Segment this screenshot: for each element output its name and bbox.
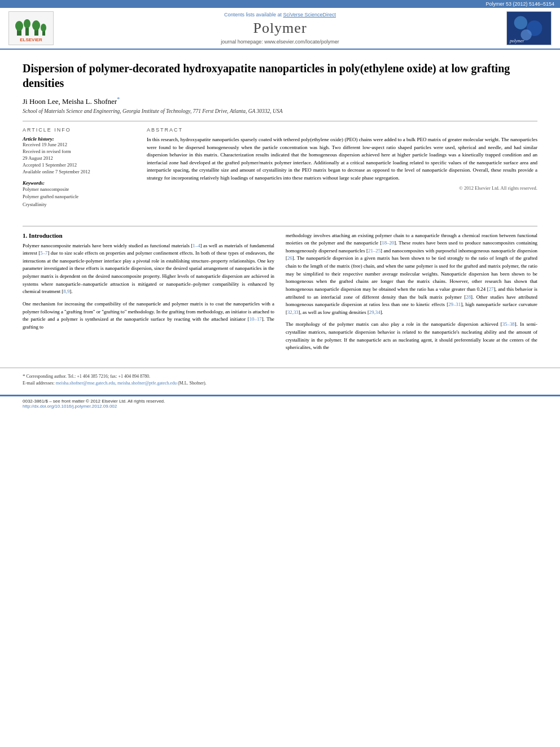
issn-info: 0032-3861/$ – see front matter © 2012 El… [23, 399, 537, 404]
journal-header: ELSEVIER Contents lists available at Sci… [0, 8, 560, 50]
keywords-title: Keywords: [23, 180, 135, 186]
right-para-2: The morphology of the polymer matrix can… [286, 321, 537, 352]
bottom-info: 0032-3861/$ – see front matter © 2012 El… [0, 396, 560, 411]
journal-title: Polymer [253, 20, 307, 37]
copyright: © 2012 Elsevier Ltd. All rights reserved… [147, 185, 537, 191]
accepted-date: Accepted 1 September 2012 [23, 162, 135, 169]
elsevier-tree-icon [14, 15, 48, 37]
received-revised-date: 29 August 2012 [23, 155, 135, 162]
email-1[interactable]: meisha.shofner@mse.gatech.edu, [56, 381, 116, 386]
journal-reference: Polymer 53 (2012) 5146–5154 [485, 1, 554, 7]
body-content: 1. Introduction Polymer nanocomposite ma… [0, 226, 560, 368]
elsevier-logo-container: ELSEVIER [6, 11, 56, 45]
svg-point-9 [514, 16, 527, 29]
author-names: Ji Hoon Lee, Meisha L. Shofner [23, 97, 117, 106]
svg-text:polymer: polymer [509, 38, 525, 43]
sciverse-link[interactable]: Contents lists available at SciVerse Sci… [224, 12, 336, 18]
ref-28[interactable]: 28 [466, 294, 471, 300]
keywords-section: Keywords: Polymer nanocomposite Polymer … [23, 180, 135, 209]
body-two-col: 1. Introduction Polymer nanocomposite ma… [23, 232, 537, 356]
abstract-col: ABSTRACT In this research, hydroxyapatit… [147, 127, 537, 208]
ref-5-7[interactable]: 5–7 [40, 250, 47, 256]
authors: Ji Hoon Lee, Meisha L. Shofner* [23, 96, 537, 106]
history-title: Article history: [23, 136, 135, 142]
journal-image-right: polymer [504, 11, 554, 45]
ref-10-17[interactable]: 10–17 [250, 316, 262, 322]
ref-29-31[interactable]: 29–31 [448, 302, 461, 307]
footnote-star: * [23, 373, 25, 379]
journal-reference-bar: Polymer 53 (2012) 5146–5154 [0, 0, 560, 8]
keyword-2: Polymer grafted nanoparticle [23, 193, 135, 201]
keyword-1: Polymer nanocomposite [23, 186, 135, 194]
svg-rect-2 [25, 27, 29, 36]
page: Polymer 53 (2012) 5146–5154 ELSEVIER [0, 0, 560, 747]
corresponding-text: Corresponding author. Tel.: +1 404 385 7… [27, 374, 150, 379]
sciverse-name[interactable]: SciVerse ScienceDirect [283, 12, 336, 18]
intro-para-2: One mechanism for increasing the compati… [23, 300, 274, 331]
sciverse-prefix: Contents lists available at [224, 12, 283, 18]
ref-18-20[interactable]: 18–20 [382, 240, 394, 246]
elsevier-logo: ELSEVIER [8, 11, 54, 45]
divider-1 [23, 121, 537, 121]
corresponding-author-marker: * [117, 96, 120, 102]
ref-29-34[interactable]: 29,34 [369, 309, 380, 315]
article-info-col: ARTICLE INFO Article history: Received 1… [23, 127, 135, 208]
footnote-area: * Corresponding author. Tel.: +1 404 385… [0, 368, 560, 393]
ref-1-4[interactable]: 1–4 [193, 243, 200, 248]
doi-link[interactable]: http://dx.doi.org/10.1016/j.polymer.2012… [23, 404, 117, 409]
svg-point-1 [15, 21, 23, 31]
footnote-email: E-mail addresses: meisha.shofner@mse.gat… [23, 380, 537, 387]
email-3[interactable]: ptfe.gatech.edu [149, 381, 177, 386]
spherulites-word: spherical [286, 344, 304, 350]
attached-word: attached [253, 309, 269, 314]
available-date: Available online 7 September 2012 [23, 169, 135, 176]
email-label: E-mail addresses: [23, 381, 55, 386]
article-info-abstract: ARTICLE INFO Article history: Received 1… [23, 127, 537, 208]
received-date: Received 19 June 2012 [23, 142, 135, 148]
ref-27[interactable]: 27 [489, 286, 494, 292]
journal-homepage: journal homepage: www.elsevier.com/locat… [221, 39, 339, 45]
abstract-text: In this research, hydroxyapatite nanopar… [147, 136, 537, 182]
cover-art-icon: polymer [507, 11, 551, 45]
body-left-col: 1. Introduction Polymer nanocomposite ma… [23, 232, 274, 356]
received-revised-label: Received in revised form [23, 148, 135, 155]
ref-21-25[interactable]: 21–25 [368, 248, 380, 254]
article-history: Article history: Received 19 June 2012 R… [23, 136, 135, 175]
ref-26[interactable]: 26 [287, 255, 292, 261]
intro-heading: 1. Introduction [23, 232, 274, 239]
svg-point-5 [32, 20, 40, 30]
doi-info: http://dx.doi.org/10.1016/j.polymer.2012… [23, 404, 537, 409]
ref-32-33[interactable]: 32,33 [287, 309, 299, 315]
elsevier-text: ELSEVIER [20, 37, 42, 42]
email-2[interactable]: meisha.shofner@ [117, 381, 149, 386]
footnote-corresponding: * Corresponding author. Tel.: +1 404 385… [23, 373, 537, 381]
keyword-3: Crystallinity [23, 201, 135, 209]
article-content: Dispersion of polymer-decorated hydroxya… [0, 50, 560, 226]
abstract-label: ABSTRACT [147, 127, 537, 133]
ref-35-38[interactable]: 35–38 [502, 321, 515, 327]
journal-cover-image: polymer [506, 11, 552, 45]
svg-point-3 [24, 19, 30, 28]
article-info-label: ARTICLE INFO [23, 127, 135, 133]
article-title: Dispersion of polymer-decorated hydroxya… [23, 61, 537, 90]
journal-center: Contents lists available at SciVerse Sci… [62, 11, 498, 45]
email-4: (M.L. Shofner). [178, 381, 207, 386]
right-para-1: methodology involves attaching an existi… [286, 232, 537, 317]
intro-para-1: Polymer nanocomposite materials have bee… [23, 242, 274, 296]
body-right-col: methodology involves attaching an existi… [286, 232, 537, 356]
svg-point-7 [41, 24, 46, 32]
affiliation: School of Materials Science and Engineer… [23, 108, 537, 114]
ref-8-9[interactable]: 8,9 [63, 289, 69, 294]
